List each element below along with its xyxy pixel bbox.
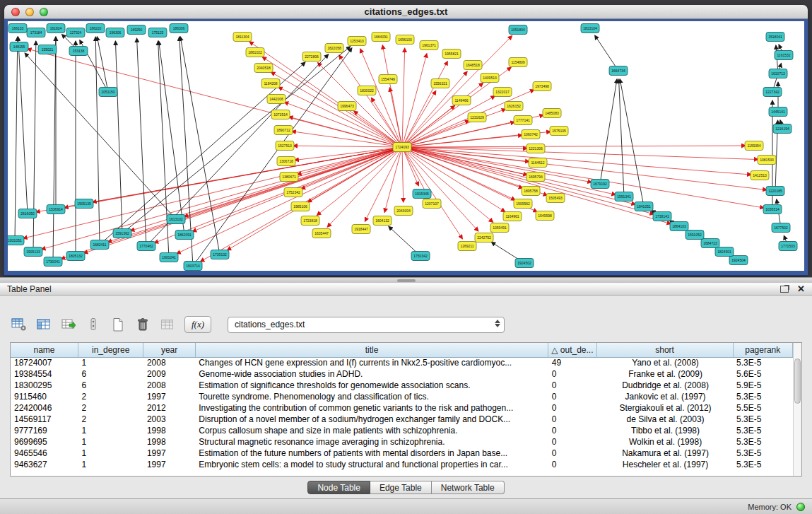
graph-node[interactable]: 1220165 (766, 187, 784, 196)
graph-node[interactable]: 1684723 (701, 239, 719, 248)
graph-node[interactable]: 1811304 (233, 33, 252, 42)
table-cell[interactable]: 9115460 (11, 391, 78, 402)
graph-node[interactable]: 1626152 (505, 102, 523, 111)
graph-node[interactable]: 1164612 (529, 158, 547, 168)
window-titlebar[interactable]: citations_edges.txt (4, 5, 808, 19)
graph-node[interactable]: 2051150 (99, 88, 117, 97)
table-cell[interactable]: 1 (78, 436, 143, 448)
graph-node[interactable]: 1073514 (271, 110, 290, 119)
table-cell[interactable]: 2008 (143, 357, 195, 368)
graph-node[interactable]: 1864103 (670, 222, 688, 231)
graph-node[interactable]: 1591362 (113, 229, 131, 238)
table-row[interactable]: 2242004622012Investigating the contribut… (11, 402, 793, 414)
table-cell[interactable]: Disruption of a novel member of a sodium… (195, 414, 548, 425)
table-cell[interactable]: 2012 (143, 402, 195, 414)
table-cell[interactable]: 0 (548, 425, 596, 436)
graph-node[interactable]: 1549598 (536, 211, 554, 221)
table-cell[interactable]: 1997 (143, 448, 195, 459)
graph-node[interactable]: 1905135 (75, 199, 93, 209)
graph-node[interactable]: 1664734 (609, 66, 628, 76)
table-cell[interactable]: 2009 (143, 368, 195, 380)
table-row[interactable]: 1872400712008Changes of HCN gene express… (11, 357, 793, 368)
graph-node[interactable]: 1752342 (284, 188, 302, 197)
graph-node[interactable]: 1805132 (66, 252, 85, 261)
close-button[interactable] (11, 8, 20, 16)
graph-node[interactable]: 1730041 (44, 257, 62, 267)
network-canvas[interactable]: 1051804181310417715031677502103651412201… (8, 21, 804, 271)
graph-node[interactable]: 1207107 (423, 199, 441, 209)
graph-node[interactable]: 1059491 (490, 223, 509, 233)
graph-node[interactable]: 173184 (27, 28, 45, 37)
table-cell[interactable]: 1 (78, 448, 143, 459)
graph-node[interactable]: 1231629 (468, 113, 486, 122)
graph-node[interactable]: 1485083 (543, 109, 561, 118)
table-cell[interactable]: Franke et al. (2009) (596, 368, 733, 380)
graph-node[interactable]: 1813104 (581, 24, 599, 33)
graph-node[interactable]: 1509562 (514, 199, 532, 209)
graph-node[interactable]: 1575105 (550, 127, 568, 136)
graph-node[interactable]: 161824 (47, 24, 65, 33)
table-cell[interactable]: 9465546 (11, 448, 78, 459)
graph-node[interactable]: 1306718 (277, 157, 295, 166)
graph-node[interactable]: 1900241 (160, 253, 178, 262)
graph-node[interactable]: 1184208 (261, 79, 280, 88)
graph-node[interactable]: 1613102 (167, 215, 185, 224)
table-row[interactable]: 977716911998Corpus callosum shape and si… (11, 425, 793, 436)
table-cell[interactable]: Estimation of the future numbers of pati… (195, 448, 548, 459)
graph-node[interactable]: 169250 (127, 25, 146, 35)
table-cell[interactable]: 5.3E-5 (733, 459, 792, 470)
table-cell[interactable]: de Silva et al. (2003) (596, 414, 733, 425)
graph-node[interactable]: 1895758 (522, 187, 540, 196)
graph-node[interactable]: 1830022 (358, 86, 376, 95)
column-header-name[interactable]: name (11, 343, 78, 357)
table-cell[interactable]: Wolkin et al. (1998) (596, 436, 733, 448)
table-cell[interactable]: 5.9E-5 (733, 380, 792, 391)
graph-node[interactable]: 1648518 (464, 61, 482, 70)
table-cell[interactable]: 22420046 (11, 402, 78, 414)
graph-node[interactable]: 1505493 (546, 194, 565, 203)
table-cell[interactable]: 2 (78, 414, 143, 425)
graph-node[interactable]: 1973498 (533, 82, 551, 91)
table-cell[interactable]: Embryonic stem cells: a model to study s… (195, 459, 548, 470)
graph-node[interactable]: 153138 (69, 47, 88, 56)
graph-node[interactable]: 1051804 (509, 25, 527, 35)
table-cell[interactable]: 5.6E-5 (733, 368, 792, 380)
close-panel-icon[interactable]: ✕ (797, 285, 805, 293)
graph-node[interactable]: 127324 (66, 28, 85, 37)
graph-node[interactable]: 1770462 (137, 242, 155, 251)
table-cell[interactable]: 18300295 (11, 380, 78, 391)
table-row[interactable]: 946554611997Estimation of the future num… (11, 448, 793, 459)
graph-node[interactable]: 1253410 (348, 37, 366, 46)
graph-node[interactable]: 1924504 (729, 256, 748, 265)
table-cell[interactable]: 1 (78, 425, 143, 436)
column-header-pagerank[interactable]: pagerank (733, 343, 792, 357)
show-columns-button[interactable] (35, 315, 53, 334)
graph-node[interactable]: 1518041 (766, 33, 784, 42)
table-cell[interactable]: 5.3E-5 (733, 391, 792, 402)
graph-node[interactable]: 155021 (38, 45, 57, 54)
table-cell[interactable]: 0 (548, 380, 596, 391)
graph-node[interactable]: 1149466 (452, 96, 471, 105)
table-cell[interactable]: Dudbridge et al. (2008) (596, 380, 733, 391)
graph-node[interactable]: 1154809 (509, 58, 527, 67)
graph-node[interactable]: 1635447 (312, 229, 331, 238)
graph-node[interactable]: 166133 (8, 24, 27, 33)
graph-node[interactable]: 1961371 (420, 41, 438, 50)
table-scrollbar[interactable] (793, 343, 801, 476)
graph-node[interactable]: 1610713 (769, 69, 787, 78)
table-cell[interactable]: 5.3E-5 (733, 357, 792, 368)
graph-node[interactable]: 196306 (106, 28, 124, 37)
graph-node[interactable]: 2272806 (302, 52, 321, 62)
table-cell[interactable]: 5.5E-5 (733, 402, 792, 414)
table-row[interactable]: 911546021997Tourette syndrome. Phenomeno… (11, 391, 793, 402)
table-cell[interactable]: 6 (78, 380, 143, 391)
graph-node[interactable]: 1269211 (458, 242, 476, 251)
column-header-in-degree[interactable]: in_degree (78, 343, 143, 357)
table-cell[interactable]: 0 (548, 436, 596, 448)
column-header-short[interactable]: short (596, 343, 733, 357)
divider-grip-icon[interactable] (397, 279, 416, 282)
table-cell[interactable]: 14569117 (11, 414, 78, 425)
graph-node[interactable]: 1221306 (526, 144, 545, 153)
graph-node[interactable]: 1777141 (514, 116, 532, 125)
graph-node[interactable]: 1081533 (758, 156, 776, 165)
